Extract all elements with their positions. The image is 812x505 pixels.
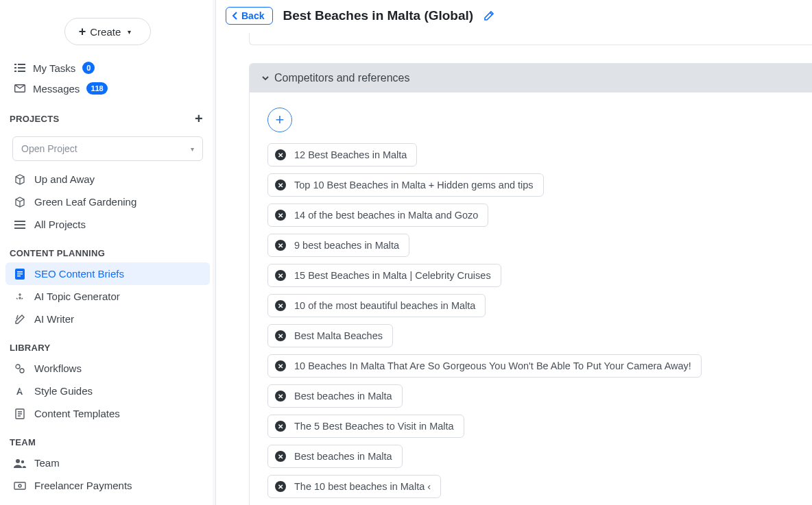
remove-chip-button[interactable]: ✕	[275, 330, 286, 341]
competitor-chip-list: ✕12 Best Beaches in Malta✕Top 10 Best Be…	[267, 143, 794, 498]
svg-rect-13	[17, 275, 21, 277]
panel-title: Competitors and references	[274, 72, 409, 84]
remove-chip-button[interactable]: ✕	[275, 360, 286, 371]
nav-team[interactable]: Team	[0, 452, 215, 474]
nav-item-label: Up and Away	[34, 173, 95, 185]
competitor-chip[interactable]: ✕Best Malta Beaches	[267, 324, 393, 347]
chip-label: Best Malta Beaches	[294, 330, 383, 341]
nav-content-templates[interactable]: Content Templates	[0, 402, 215, 425]
sidebar-my-tasks[interactable]: My Tasks 0	[0, 58, 215, 78]
tasks-icon	[14, 62, 26, 73]
create-button-label: Create	[90, 26, 121, 38]
competitor-chip[interactable]: ✕Best beaches in Malta	[267, 384, 403, 408]
nav-workflows[interactable]: Workflows	[0, 357, 215, 380]
chip-label: Top 10 Best Beaches in Malta + Hidden ge…	[294, 180, 534, 190]
competitor-chip[interactable]: ✕Best beaches in Malta	[267, 445, 403, 468]
svg-rect-19	[14, 482, 25, 489]
document-icon	[14, 269, 26, 280]
competitor-chip[interactable]: ✕9 best beaches in Malta	[267, 234, 409, 257]
svg-point-18	[21, 460, 24, 463]
competitors-panel: Competitors and references + ✕12 Best Be…	[249, 63, 812, 505]
add-competitor-button[interactable]: +	[267, 108, 292, 132]
main: Back Best Beaches in Malta (Global) Comp…	[216, 0, 812, 505]
nav-seo-content-briefs[interactable]: SEO Content Briefs	[5, 262, 210, 285]
list-icon	[14, 220, 26, 230]
nav-item-label: Style Guides	[34, 385, 93, 397]
sidebar-scrollbar[interactable]	[213, 0, 215, 505]
edit-title-button[interactable]	[483, 10, 494, 22]
remove-chip-button[interactable]: ✕	[275, 481, 286, 492]
plus-icon: +	[79, 25, 86, 38]
nav-style-guides[interactable]: Style Guides	[0, 380, 215, 402]
competitor-chip[interactable]: ✕Top 10 Best Beaches in Malta + Hidden g…	[267, 173, 544, 197]
section-header-projects: PROJECTS +	[0, 99, 215, 131]
remove-chip-button[interactable]: ✕	[275, 270, 286, 281]
remove-chip-button[interactable]: ✕	[275, 300, 286, 311]
svg-rect-7	[14, 221, 25, 222]
remove-chip-button[interactable]: ✕	[275, 451, 286, 462]
nav-ai-topic-generator[interactable]: AI Topic Generator	[0, 285, 215, 308]
chip-label: Best beaches in Malta	[294, 451, 392, 462]
competitor-chip[interactable]: ✕12 Best Beaches in Malta	[267, 143, 417, 167]
svg-point-15	[20, 369, 24, 373]
competitors-panel-body: + ✕12 Best Beaches in Malta✕Top 10 Best …	[250, 93, 812, 505]
project-item-green-leaf[interactable]: Green Leaf Gardening	[0, 190, 215, 213]
typography-icon	[14, 386, 26, 397]
svg-rect-3	[18, 67, 25, 69]
svg-rect-2	[14, 67, 16, 69]
create-button[interactable]: + Create ▾	[64, 18, 152, 45]
chip-label: 10 Beaches In Malta That Are So Gorgeous…	[294, 360, 691, 371]
project-item-up-and-away[interactable]: Up and Away	[0, 168, 215, 190]
svg-rect-11	[17, 271, 23, 273]
svg-rect-12	[17, 273, 23, 275]
back-button-label: Back	[241, 10, 264, 21]
back-button[interactable]: Back	[226, 7, 273, 25]
open-project-dropdown[interactable]: Open Project ▾	[12, 136, 203, 161]
messages-badge: 118	[86, 82, 107, 95]
competitors-panel-header[interactable]: Competitors and references	[250, 64, 812, 93]
remove-chip-button[interactable]: ✕	[275, 421, 286, 432]
previous-panel-tail	[249, 33, 812, 45]
remove-chip-button[interactable]: ✕	[275, 391, 286, 402]
nav-item-label: Team	[34, 457, 60, 469]
competitor-chip[interactable]: ✕The 10 best beaches in Malta ‹	[267, 475, 441, 498]
project-item-all-projects[interactable]: All Projects	[0, 213, 215, 236]
gears-icon	[14, 363, 26, 374]
nav-item-label: AI Topic Generator	[34, 291, 120, 302]
chip-label: 9 best beaches in Malta	[294, 240, 399, 251]
competitor-chip[interactable]: ✕10 of the most beautiful beaches in Mal…	[267, 294, 486, 317]
box-icon	[14, 197, 26, 208]
section-header-label: PROJECTS	[10, 114, 59, 124]
chip-label: 15 Best Beaches in Malta | Celebrity Cru…	[294, 270, 491, 281]
competitor-chip[interactable]: ✕14 of the best beaches in Malta and Goz…	[267, 204, 488, 227]
chip-label: 14 of the best beaches in Malta and Gozo	[294, 210, 478, 221]
template-icon	[14, 408, 26, 419]
remove-chip-button[interactable]: ✕	[275, 210, 286, 221]
nav-item-label: Freelancer Payments	[34, 480, 132, 491]
section-header-team: TEAM	[0, 425, 215, 452]
chip-label: The 5 Best Beaches to Visit in Malta	[294, 421, 454, 432]
competitor-chip[interactable]: ✕10 Beaches In Malta That Are So Gorgeou…	[267, 354, 702, 378]
remove-chip-button[interactable]: ✕	[275, 180, 286, 190]
nav-item-label: Green Leaf Gardening	[34, 196, 136, 208]
sidebar-messages[interactable]: Messages 118	[0, 78, 215, 99]
competitor-chip[interactable]: ✕15 Best Beaches in Malta | Celebrity Cr…	[267, 264, 501, 287]
add-project-button[interactable]: +	[195, 111, 203, 127]
nav-item-label: Workflows	[34, 362, 82, 374]
chip-label: The 10 best beaches in Malta ‹	[294, 481, 431, 492]
nav-freelancer-payments[interactable]: Freelancer Payments	[0, 474, 215, 497]
section-header-label: CONTENT PLANNING	[10, 248, 105, 258]
nav-item-label: AI Writer	[34, 313, 74, 325]
remove-chip-button[interactable]: ✕	[275, 240, 286, 251]
content-area: Competitors and references + ✕12 Best Be…	[216, 33, 812, 505]
chevron-left-icon	[232, 12, 239, 20]
competitor-chip[interactable]: ✕The 5 Best Beaches to Visit in Malta	[267, 415, 464, 438]
topbar: Back Best Beaches in Malta (Global)	[216, 0, 812, 33]
remove-chip-button[interactable]: ✕	[275, 149, 286, 160]
nav-ai-writer[interactable]: AI Writer	[0, 308, 215, 330]
payment-icon	[14, 482, 26, 490]
svg-rect-0	[14, 64, 16, 65]
envelope-icon	[14, 84, 26, 93]
svg-point-14	[16, 365, 20, 369]
svg-rect-1	[18, 64, 25, 65]
